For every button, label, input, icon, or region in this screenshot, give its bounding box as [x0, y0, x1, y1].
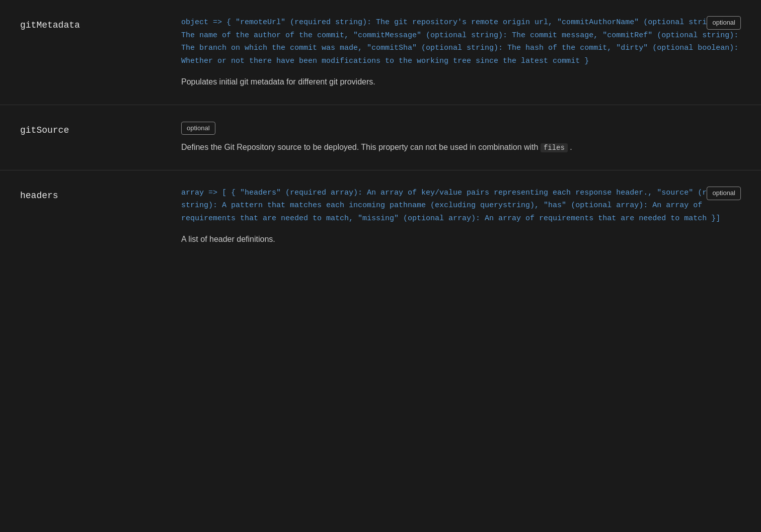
api-docs-container: gitMetadata optional object => { "remote…: [0, 0, 761, 262]
api-row-gitMetadata: gitMetadata optional object => { "remote…: [0, 0, 761, 105]
param-name-col-gitMetadata: gitMetadata: [20, 16, 181, 88]
optional-badge-headers: optional: [707, 187, 741, 200]
type-block-headers: array => [ { "headers" (required array):…: [181, 187, 741, 225]
optional-badge-gitSource-wrapper: optional: [181, 121, 215, 135]
description-text-gitSource: Defines the Git Repository source to be …: [181, 143, 538, 151]
api-row-headers: headers optional array => [ { "headers" …: [0, 170, 761, 262]
param-name-col-gitSource: gitSource: [20, 121, 181, 154]
param-name-col-headers: headers: [20, 187, 181, 246]
param-content-gitMetadata: optional object => { "remoteUrl" (requir…: [181, 16, 741, 88]
api-row-gitSource: gitSource optional Defines the Git Repos…: [0, 105, 761, 170]
description-headers: A list of header definitions.: [181, 233, 741, 246]
param-name-gitSource: gitSource: [20, 125, 69, 135]
param-content-gitSource: optional Defines the Git Repository sour…: [181, 121, 741, 154]
description-gitSource: Defines the Git Repository source to be …: [181, 141, 741, 154]
description-suffix-gitSource: .: [570, 143, 572, 151]
param-content-headers: optional array => [ { "headers" (require…: [181, 187, 741, 246]
optional-badge-gitMetadata: optional: [707, 16, 741, 30]
optional-badge-gitSource: optional: [181, 122, 215, 135]
type-block-gitMetadata: object => { "remoteUrl" (required string…: [181, 16, 741, 67]
description-gitMetadata: Populates initial git metadata for diffe…: [181, 75, 741, 88]
param-name-gitMetadata: gitMetadata: [20, 20, 80, 30]
inline-code-files: files: [541, 143, 568, 152]
param-name-headers: headers: [20, 191, 58, 201]
